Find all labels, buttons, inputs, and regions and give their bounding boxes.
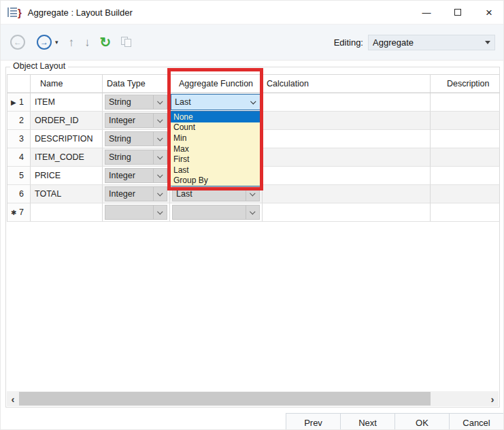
- data-type-combobox[interactable]: String: [105, 150, 167, 165]
- chevron-down-icon: [153, 187, 167, 201]
- scrollbar-track[interactable]: [19, 391, 486, 406]
- data-type-combobox[interactable]: Integer: [105, 113, 167, 128]
- ok-button[interactable]: OK: [394, 413, 450, 430]
- layout-builder-dialog: } Aggregate : Layout Builder — × ← → ▾ ↑…: [0, 0, 504, 430]
- dropdown-item-last[interactable]: Last: [171, 165, 262, 176]
- cell-data-type[interactable]: Integer: [103, 112, 170, 130]
- aggregate-combobox[interactable]: Last: [172, 186, 260, 201]
- row-indicator: 2: [7, 112, 31, 130]
- data-type-combobox[interactable]: Integer: [105, 186, 167, 201]
- cell-data-type[interactable]: [103, 203, 170, 222]
- move-up-button[interactable]: ↑: [69, 37, 75, 48]
- editing-value: Aggregate: [373, 37, 414, 48]
- header-data-type[interactable]: Data Type: [103, 75, 170, 93]
- cell-calculation[interactable]: [263, 148, 431, 167]
- back-button[interactable]: ←: [10, 35, 25, 50]
- cell-name[interactable]: ITEM_CODE: [31, 148, 103, 167]
- chevron-down-icon: [247, 95, 261, 110]
- dropdown-item-group-by[interactable]: Group By: [171, 176, 262, 186]
- maximize-icon: [454, 9, 461, 16]
- cell-aggregate[interactable]: [170, 203, 263, 222]
- header-description[interactable]: Description: [431, 75, 500, 93]
- chevron-down-icon: [485, 41, 490, 44]
- cell-data-type[interactable]: String: [103, 148, 170, 167]
- copy-icon[interactable]: [121, 37, 133, 48]
- cell-name[interactable]: [31, 203, 103, 222]
- cell-calculation[interactable]: [263, 185, 431, 203]
- chevron-down-icon: [246, 205, 259, 219]
- cell-calculation[interactable]: [263, 130, 431, 148]
- cell-calculation[interactable]: [263, 112, 431, 130]
- refresh-button[interactable]: ↻: [100, 35, 112, 49]
- editing-combobox[interactable]: Aggregate: [368, 35, 495, 50]
- dropdown-item-none[interactable]: None: [171, 112, 262, 122]
- editing-label: Editing:: [334, 37, 363, 48]
- scrollbar-thumb[interactable]: [19, 392, 431, 406]
- chevron-down-icon: [153, 114, 167, 127]
- aggregate-combobox[interactable]: [172, 205, 260, 220]
- aggregate-function-dropdown-list: None Count Min Max First Last Group By: [170, 111, 263, 186]
- cell-name[interactable]: ITEM: [31, 93, 103, 112]
- dropdown-item-max[interactable]: Max: [171, 144, 262, 154]
- forward-dropdown-caret-icon[interactable]: ▾: [55, 39, 58, 46]
- cell-aggregate[interactable]: Last: [170, 93, 263, 112]
- cell-data-type[interactable]: String: [103, 93, 170, 112]
- row-indicator: 5: [7, 167, 31, 185]
- cell-description[interactable]: [431, 93, 500, 112]
- minimize-button[interactable]: —: [411, 1, 442, 24]
- move-down-button[interactable]: ↓: [84, 37, 90, 48]
- header-name[interactable]: Name: [31, 75, 103, 93]
- cell-data-type[interactable]: Integer: [103, 185, 170, 203]
- cell-data-type[interactable]: String: [103, 130, 170, 148]
- cancel-button[interactable]: Cancel: [449, 413, 504, 430]
- toolbar: ← → ▾ ↑ ↓ ↻ Editing: Aggregate: [1, 24, 504, 61]
- row-indicator: 3: [7, 130, 31, 148]
- new-row-icon: ✱: [11, 209, 16, 216]
- maximize-button[interactable]: [442, 1, 473, 24]
- row-indicator: ✱ 7: [7, 203, 31, 222]
- aggregate-combobox-open[interactable]: Last: [171, 94, 261, 110]
- row-indicator: ▶ 1: [7, 93, 31, 112]
- cell-aggregate[interactable]: Last: [170, 185, 263, 203]
- header-calculation[interactable]: Calculation: [263, 75, 431, 93]
- header-indicator: [7, 75, 31, 93]
- dropdown-item-count[interactable]: Count: [171, 122, 262, 133]
- cell-description[interactable]: [431, 112, 500, 130]
- dropdown-item-min[interactable]: Min: [171, 133, 262, 144]
- cell-description[interactable]: [431, 148, 500, 167]
- dropdown-item-first[interactable]: First: [171, 154, 262, 165]
- footer-buttons: Prev Next OK Cancel: [1, 413, 504, 430]
- next-button[interactable]: Next: [340, 413, 395, 430]
- chevron-down-icon: [153, 150, 167, 164]
- chevron-down-icon: [153, 132, 167, 146]
- data-type-combobox[interactable]: String: [105, 95, 167, 110]
- cell-name[interactable]: TOTAL: [31, 185, 103, 203]
- cell-description[interactable]: [431, 167, 500, 185]
- cell-name[interactable]: DESCRIPTION: [31, 130, 103, 148]
- data-type-combobox[interactable]: Integer: [105, 168, 167, 183]
- prev-button[interactable]: Prev: [286, 413, 341, 430]
- chevron-down-icon: [153, 95, 167, 109]
- header-aggregate-function[interactable]: Aggregate Function: [170, 75, 263, 93]
- data-type-combobox[interactable]: String: [105, 131, 167, 146]
- forward-button[interactable]: →: [37, 35, 52, 50]
- cell-description[interactable]: [431, 203, 500, 222]
- cell-calculation[interactable]: [263, 93, 431, 112]
- cell-description[interactable]: [431, 185, 500, 203]
- scroll-right-icon[interactable]: ›: [486, 391, 499, 406]
- document-lines-icon: [7, 7, 17, 17]
- close-button[interactable]: ×: [473, 1, 504, 24]
- object-layout-groupbox: Object Layout Name Data Type Aggregate F…: [5, 67, 500, 408]
- cell-calculation[interactable]: [263, 203, 431, 222]
- cell-data-type[interactable]: Integer: [103, 167, 170, 185]
- groupbox-title: Object Layout: [10, 61, 68, 71]
- horizontal-scrollbar[interactable]: ‹ ›: [7, 391, 499, 406]
- cell-name[interactable]: ORDER_ID: [31, 112, 103, 130]
- window-title: Aggregate : Layout Builder: [28, 7, 133, 18]
- cell-calculation[interactable]: [263, 167, 431, 185]
- cell-description[interactable]: [431, 130, 500, 148]
- scroll-left-icon[interactable]: ‹: [7, 391, 19, 406]
- cell-name[interactable]: PRICE: [31, 167, 103, 185]
- title-bar: } Aggregate : Layout Builder — ×: [1, 1, 504, 24]
- data-type-combobox[interactable]: [105, 205, 167, 220]
